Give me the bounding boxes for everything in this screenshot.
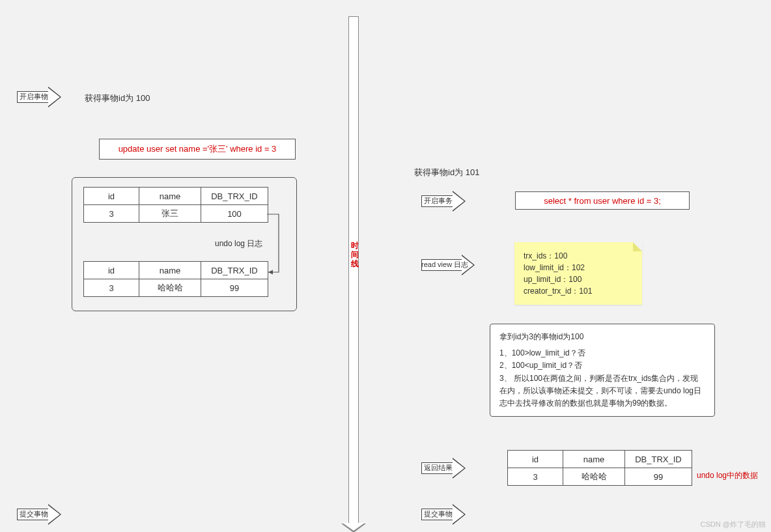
timeline-shaft (348, 16, 359, 525)
arrow-start-left-label: 开启事物 (17, 91, 51, 102)
td-id: 3 (508, 468, 563, 486)
table-row: id name DB_TRX_ID (84, 262, 268, 279)
th-id: id (84, 262, 139, 279)
undo-log-label: undo log 日志 (215, 238, 262, 249)
sticky-line: up_limit_id：100 (524, 273, 633, 285)
th-id: id (508, 451, 563, 468)
timeline-arrowhead (341, 524, 366, 532)
table-row: id name DB_TRX_ID (508, 451, 692, 468)
arrow-readview: read view 日志 (421, 255, 479, 274)
th-trx: DB_TRX_ID (625, 451, 692, 468)
sticky-line: trx_ids：100 (524, 250, 633, 262)
th-name: name (139, 188, 201, 205)
table-row: id name DB_TRX_ID (84, 188, 268, 205)
analysis-line: 3、 所以100在两值之间，判断是否在trx_ids集合内，发现在内，所以该事物… (499, 372, 705, 410)
left-txid-text: 获得事物id为 100 (85, 92, 150, 104)
sticky-line: low_limit_id：102 (524, 262, 633, 273)
arrow-commit-left: 提交事物 (17, 504, 64, 524)
td-trx: 99 (625, 468, 692, 486)
right-txid-text: 获得事物id为 101 (414, 167, 479, 178)
timeline-label: 时间线 (351, 241, 359, 268)
td-id: 3 (84, 279, 139, 297)
result-note: undo log中的数据 (697, 470, 758, 481)
td-trx: 100 (201, 205, 268, 223)
right-result-table: id name DB_TRX_ID 3 哈哈哈 99 (507, 450, 692, 486)
arrow-commit-left-label: 提交事物 (17, 509, 51, 519)
th-name: name (563, 451, 625, 468)
left-sql-box: update user set name ='张三' where id = 3 (99, 139, 296, 160)
th-trx: DB_TRX_ID (201, 188, 268, 205)
analysis-title: 拿到id为3的事物id为100 (499, 331, 705, 343)
left-table-undo: id name DB_TRX_ID 3 哈哈哈 99 (83, 261, 268, 297)
left-table-current: id name DB_TRX_ID 3 张三 100 (83, 187, 268, 223)
right-sql-text: select * from user where id = 3; (544, 196, 661, 206)
td-trx: 99 (201, 279, 268, 297)
arrow-result-label: 返回结果 (421, 462, 455, 473)
diagram-canvas: { "timeline_label": "时间线", "left": { "st… (0, 0, 771, 532)
td-name: 张三 (139, 205, 201, 223)
th-name: name (139, 262, 201, 279)
arrow-start-right-label: 开启事务 (421, 195, 455, 206)
sticky-line: creator_trx_id：101 (524, 285, 633, 297)
arrow-start-right: 开启事务 (421, 191, 468, 210)
table-row: 3 张三 100 (84, 205, 268, 223)
td-id: 3 (84, 205, 139, 223)
arrow-commit-right-label: 提交事物 (421, 509, 455, 519)
arrow-readview-label: read view 日志 (421, 259, 464, 270)
analysis-line: 1、100>low_limit_id？否 (499, 347, 705, 359)
analysis-line: 2、100<up_limit_id？否 (499, 359, 705, 372)
arrow-commit-right: 提交事物 (421, 504, 468, 524)
sticky-corner-fold (633, 242, 642, 251)
readview-sticky: trx_ids：100 low_limit_id：102 up_limit_id… (514, 242, 642, 305)
analysis-box: 拿到id为3的事物id为100 1、100>low_limit_id？否 2、1… (490, 324, 715, 417)
left-sql-text: update user set name ='张三' where id = 3 (119, 143, 277, 155)
right-sql-box: select * from user where id = 3; (515, 191, 690, 210)
th-trx: DB_TRX_ID (201, 262, 268, 279)
watermark: CSDN @炸了毛的猫 (701, 520, 766, 529)
th-id: id (84, 188, 139, 205)
td-name: 哈哈哈 (139, 279, 201, 297)
arrow-start-left: 开启事物 (17, 87, 64, 106)
table-row: 3 哈哈哈 99 (84, 279, 268, 297)
td-name: 哈哈哈 (563, 468, 625, 486)
arrow-result: 返回结果 (421, 458, 468, 477)
table-row: 3 哈哈哈 99 (508, 468, 692, 486)
